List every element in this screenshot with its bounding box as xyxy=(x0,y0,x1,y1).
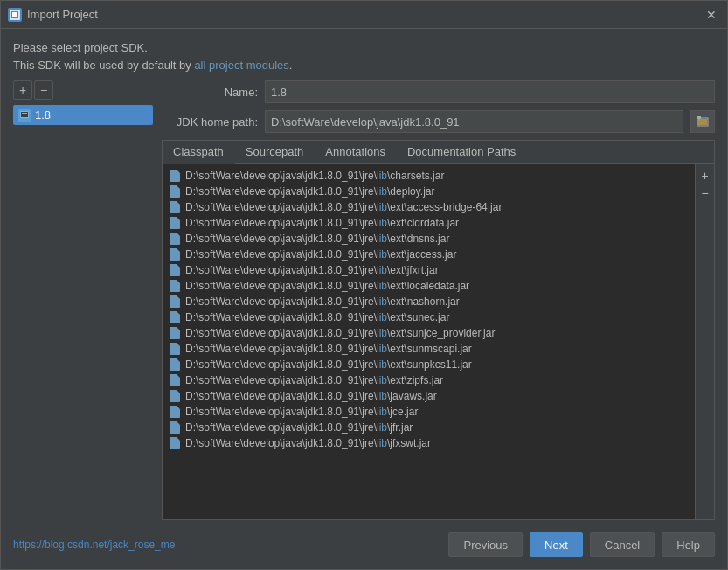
name-row: Name: xyxy=(162,80,715,103)
file-icon xyxy=(170,327,180,339)
right-panel: Name: JDK home path: xyxy=(162,80,715,520)
svg-rect-4 xyxy=(22,113,27,114)
file-path: D:\softWare\develop\java\jdk1.8.0_91\jre… xyxy=(185,295,460,308)
file-icon xyxy=(170,264,180,276)
header-line1: Please select project SDK. xyxy=(13,39,715,57)
sdk-label: 1.8 xyxy=(35,108,51,122)
file-path: D:\softWare\develop\java\jdk1.8.0_91\jre… xyxy=(185,311,449,323)
file-icon xyxy=(170,390,180,402)
tab-content: D:\softWare\develop\java\jdk1.8.0_91\jre… xyxy=(163,164,714,519)
list-item[interactable]: D:\softWare\develop\java\jdk1.8.0_91\jre… xyxy=(163,357,695,372)
list-item[interactable]: D:\softWare\develop\java\jdk1.8.0_91\jre… xyxy=(163,420,695,435)
jdk-path-label: JDK home path: xyxy=(162,115,258,129)
file-icon xyxy=(170,280,180,292)
file-path: D:\softWare\develop\java\jdk1.8.0_91\jre… xyxy=(185,264,439,276)
file-icon xyxy=(170,233,180,245)
file-path: D:\softWare\develop\java\jdk1.8.0_91\jre… xyxy=(185,358,472,371)
footer: https://blog.csdn.net/jack_rose_me Previ… xyxy=(13,527,715,560)
file-icon xyxy=(170,248,180,261)
file-icon xyxy=(170,295,180,308)
file-path: D:\softWare\develop\java\jdk1.8.0_91\jre… xyxy=(185,201,502,213)
add-sdk-button[interactable]: + xyxy=(13,80,32,100)
tab-annotations[interactable]: Annotations xyxy=(315,141,397,163)
title-bar: Import Project ✕ xyxy=(1,1,727,29)
sdk-toolbar: + − xyxy=(13,80,153,100)
file-path: D:\softWare\develop\java\jdk1.8.0_91\jre… xyxy=(185,170,444,182)
window-icon xyxy=(8,8,22,22)
jdk-path-row: JDK home path: xyxy=(162,110,715,133)
list-item[interactable]: D:\softWare\develop\java\jdk1.8.0_91\jre… xyxy=(163,199,695,215)
file-list[interactable]: D:\softWare\develop\java\jdk1.8.0_91\jre… xyxy=(163,164,695,519)
jdk-path-input[interactable] xyxy=(265,110,683,133)
footer-link[interactable]: https://blog.csdn.net/jack_rose_me xyxy=(13,539,175,551)
main-area: + − 1.8 xyxy=(13,80,715,520)
list-item[interactable]: D:\softWare\develop\java\jdk1.8.0_91\jre… xyxy=(163,184,695,199)
list-item[interactable]: D:\softWare\develop\java\jdk1.8.0_91\jre… xyxy=(163,231,695,247)
svg-rect-7 xyxy=(697,116,701,119)
file-path: D:\softWare\develop\java\jdk1.8.0_91\jre… xyxy=(185,248,456,261)
tabs-row: Classpath Sourcepath Annotations Documen… xyxy=(163,141,714,164)
browse-button[interactable] xyxy=(690,110,715,133)
remove-sdk-button[interactable]: − xyxy=(34,80,53,100)
list-item[interactable]: D:\softWare\develop\java\jdk1.8.0_91\jre… xyxy=(163,309,695,325)
svg-rect-5 xyxy=(22,115,25,115)
file-path: D:\softWare\develop\java\jdk1.8.0_91\jre… xyxy=(185,374,443,386)
list-item[interactable]: D:\softWare\develop\java\jdk1.8.0_91\jre… xyxy=(163,168,695,184)
file-path: D:\softWare\develop\java\jdk1.8.0_91\jre… xyxy=(185,437,431,449)
file-path: D:\softWare\develop\java\jdk1.8.0_91\jre… xyxy=(185,343,472,355)
list-add-button[interactable]: + xyxy=(697,168,713,184)
header-description: Please select project SDK. This SDK will… xyxy=(13,39,715,73)
file-icon xyxy=(170,343,180,355)
file-icon xyxy=(170,185,180,198)
file-icon xyxy=(170,217,180,229)
list-item[interactable]: D:\softWare\develop\java\jdk1.8.0_91\jre… xyxy=(163,294,695,309)
close-button[interactable]: ✕ xyxy=(703,6,720,24)
svg-rect-8 xyxy=(697,119,707,125)
list-item[interactable]: D:\softWare\develop\java\jdk1.8.0_91\jre… xyxy=(163,215,695,231)
tab-documentation-paths[interactable]: Documentation Paths xyxy=(397,141,527,163)
file-icon xyxy=(170,170,180,182)
file-icon xyxy=(170,421,180,434)
list-item[interactable]: D:\softWare\develop\java\jdk1.8.0_91\jre… xyxy=(163,325,695,341)
list-item[interactable]: D:\softWare\develop\java\jdk1.8.0_91\jre… xyxy=(163,372,695,388)
name-input[interactable] xyxy=(265,80,715,103)
tab-classpath[interactable]: Classpath xyxy=(163,141,235,164)
file-icon xyxy=(170,201,180,213)
sdk-list-item[interactable]: 1.8 xyxy=(13,105,153,125)
list-item[interactable]: D:\softWare\develop\java\jdk1.8.0_91\jre… xyxy=(163,247,695,262)
list-item[interactable]: D:\softWare\develop\java\jdk1.8.0_91\jre… xyxy=(163,435,695,451)
file-icon xyxy=(170,406,180,418)
left-panel: + − 1.8 xyxy=(13,80,153,520)
previous-button[interactable]: Previous xyxy=(448,532,523,557)
file-icon xyxy=(170,437,180,449)
tabs-container: Classpath Sourcepath Annotations Documen… xyxy=(162,140,715,520)
file-path: D:\softWare\develop\java\jdk1.8.0_91\jre… xyxy=(185,217,459,229)
file-path: D:\softWare\develop\java\jdk1.8.0_91\jre… xyxy=(185,390,437,402)
file-path: D:\softWare\develop\java\jdk1.8.0_91\jre… xyxy=(185,327,495,339)
header-line2: This SDK will be used by default by all … xyxy=(13,57,715,74)
list-item[interactable]: D:\softWare\develop\java\jdk1.8.0_91\jre… xyxy=(163,278,695,294)
import-project-window: Import Project ✕ Please select project S… xyxy=(0,0,728,570)
list-remove-button[interactable]: − xyxy=(697,185,713,201)
svg-rect-1 xyxy=(12,12,17,17)
file-icon xyxy=(170,374,180,386)
list-sidebar: + − xyxy=(695,164,714,519)
file-icon xyxy=(170,311,180,323)
file-path: D:\softWare\develop\java\jdk1.8.0_91\jre… xyxy=(185,406,418,418)
next-button[interactable]: Next xyxy=(530,532,583,557)
sdk-icon xyxy=(18,109,31,122)
list-item[interactable]: D:\softWare\develop\java\jdk1.8.0_91\jre… xyxy=(163,404,695,420)
file-path: D:\softWare\develop\java\jdk1.8.0_91\jre… xyxy=(185,421,413,434)
tab-sourcepath[interactable]: Sourcepath xyxy=(235,141,315,163)
file-path: D:\softWare\develop\java\jdk1.8.0_91\jre… xyxy=(185,233,449,245)
list-item[interactable]: D:\softWare\develop\java\jdk1.8.0_91\jre… xyxy=(163,262,695,278)
cancel-button[interactable]: Cancel xyxy=(590,532,655,557)
main-content: Please select project SDK. This SDK will… xyxy=(1,29,727,569)
window-title: Import Project xyxy=(27,8,697,21)
file-icon xyxy=(170,358,180,371)
file-path: D:\softWare\develop\java\jdk1.8.0_91\jre… xyxy=(185,280,469,292)
name-label: Name: xyxy=(162,86,258,99)
list-item[interactable]: D:\softWare\develop\java\jdk1.8.0_91\jre… xyxy=(163,388,695,404)
help-button[interactable]: Help xyxy=(662,532,715,557)
list-item[interactable]: D:\softWare\develop\java\jdk1.8.0_91\jre… xyxy=(163,341,695,357)
